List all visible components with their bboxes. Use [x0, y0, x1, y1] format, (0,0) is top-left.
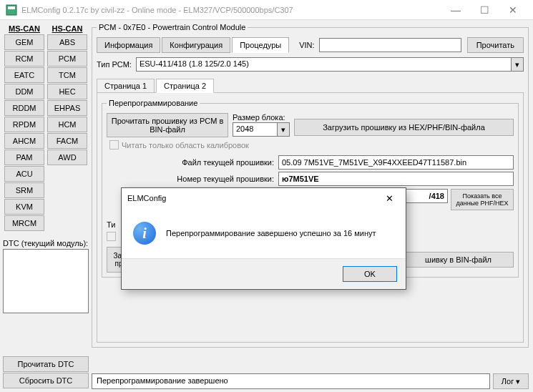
- current-fw-file-field[interactable]: 05.09 7M51VE_7M51VE_X9F4XXEED47T11587.bi…: [278, 155, 514, 170]
- pcm-legend: PCM - 0x7E0 - Powertrain Control Module: [97, 23, 248, 31]
- window-title: ELMConfig 0.2.17c by civil-zz - Online m…: [21, 6, 441, 14]
- module-button-rddm[interactable]: RDDM: [4, 100, 44, 116]
- chevron-down-icon: ▾: [511, 58, 523, 71]
- log-button[interactable]: Лог ▾: [493, 373, 529, 389]
- module-button-facm[interactable]: FACM: [47, 133, 87, 149]
- status-text: Перепрограммирование завершено: [92, 373, 490, 389]
- pcm-type-label: Тип PCM:: [97, 60, 132, 69]
- info-icon: i: [133, 222, 156, 245]
- dialog-message: Перепрограммирование завершено успешно з…: [166, 229, 376, 237]
- checkbox-partial[interactable]: [107, 232, 116, 241]
- read-button[interactable]: Прочитать: [467, 37, 524, 53]
- module-button-rpdm[interactable]: RPDM: [4, 117, 44, 132]
- calib-only-label: Читать только область калибровок: [122, 141, 249, 150]
- dialog-close-button[interactable]: ✕: [378, 193, 400, 204]
- ms-can-label: MS-CAN: [3, 23, 46, 34]
- tab-config[interactable]: Конфигурация: [162, 37, 230, 53]
- close-button[interactable]: ✕: [499, 0, 527, 20]
- module-button-gem[interactable]: GEM: [4, 34, 44, 50]
- module-button-tcm[interactable]: TCM: [47, 67, 87, 83]
- module-button-mrcm[interactable]: MRCM: [4, 215, 44, 231]
- module-button-rcm[interactable]: RCM: [4, 51, 44, 67]
- maximize-button[interactable]: ☐: [470, 0, 499, 20]
- pcm-fieldset: PCM - 0x7E0 - Powertrain Control Module …: [92, 23, 529, 348]
- module-button-kvm[interactable]: KVM: [4, 199, 44, 215]
- module-button-pcm[interactable]: PCM: [47, 51, 87, 67]
- module-button-hec[interactable]: HEC: [47, 84, 87, 99]
- pcm-type-value: ESU-411/418 (1.8 125/2.0 145): [140, 59, 249, 68]
- current-fw-number-field[interactable]: ю7M51VE: [278, 172, 514, 186]
- minimize-button[interactable]: —: [441, 0, 470, 20]
- module-button-awd[interactable]: AWD: [47, 150, 87, 165]
- module-button-abs[interactable]: ABS: [47, 34, 87, 50]
- page-tab-2[interactable]: Страница 2: [156, 79, 214, 93]
- module-button-ahcm[interactable]: AHCM: [4, 133, 44, 149]
- load-firmware-button[interactable]: Загрузить прошивку из HEX/PHF/BIN-файла: [294, 119, 514, 136]
- message-dialog: ELMConfig ✕ i Перепрограммирование завер…: [121, 187, 406, 290]
- hs-can-label: HS-CAN: [46, 23, 89, 34]
- window-titlebar: ELMConfig 0.2.17c by civil-zz - Online m…: [0, 0, 533, 20]
- calib-only-checkbox[interactable]: [109, 140, 119, 150]
- vin-label: VIN:: [299, 41, 314, 49]
- page-tab-1[interactable]: Страница 1: [97, 79, 155, 93]
- app-icon: [6, 4, 17, 16]
- ok-button[interactable]: OK: [343, 266, 397, 282]
- module-button-ddm[interactable]: DDM: [4, 84, 44, 99]
- block-size-value: 2048: [236, 124, 253, 133]
- tab-procedures[interactable]: Процедуры: [232, 37, 289, 53]
- svg-rect-1: [8, 6, 15, 9]
- module-sidebar: MS-CAN HS-CAN GEMRCMEATCDDMRDDMRPDMAHCMP…: [0, 20, 92, 392]
- chevron-down-icon: ▾: [277, 123, 289, 136]
- module-button-ehpas[interactable]: EHPAS: [47, 100, 87, 116]
- dtc-listbox[interactable]: [3, 249, 89, 313]
- read-dtc-button[interactable]: Прочитать DTC: [3, 356, 89, 372]
- read-firmware-button[interactable]: Прочитать прошивку из PCM в BIN-файл: [107, 113, 228, 137]
- pcm-type-select[interactable]: ESU-411/418 (1.8 125/2.0 145) ▾: [136, 57, 524, 72]
- tab-info[interactable]: Информация: [97, 37, 160, 53]
- vin-input[interactable]: [319, 38, 461, 52]
- module-button-pam[interactable]: PAM: [4, 150, 44, 165]
- dialog-title: ELMConfig: [127, 194, 378, 202]
- show-all-phf-hex-button[interactable]: Показать все данные PHF/HEX: [451, 189, 514, 210]
- module-button-srm[interactable]: SRM: [4, 182, 44, 198]
- type-label-partial: Ти: [107, 220, 115, 229]
- block-size-label: Размер блока:: [233, 113, 290, 122]
- dtc-label: DTC (текущий модуль):: [3, 239, 89, 248]
- reprogram-legend: Перепрограммирование: [107, 99, 200, 107]
- current-fw-number-label: Номер текущей прошивки:: [107, 175, 278, 183]
- save-bin-button[interactable]: шивку в BIN-файл: [403, 252, 514, 268]
- module-button-acu[interactable]: ACU: [4, 166, 44, 182]
- current-fw-file-label: Файл текущей прошивки:: [107, 158, 278, 167]
- reset-dtc-button[interactable]: Сбросить DTC: [3, 373, 89, 388]
- block-size-select[interactable]: 2048 ▾: [233, 122, 290, 137]
- module-button-eatc[interactable]: EATC: [4, 67, 44, 83]
- module-button-hcm[interactable]: HCM: [47, 117, 87, 132]
